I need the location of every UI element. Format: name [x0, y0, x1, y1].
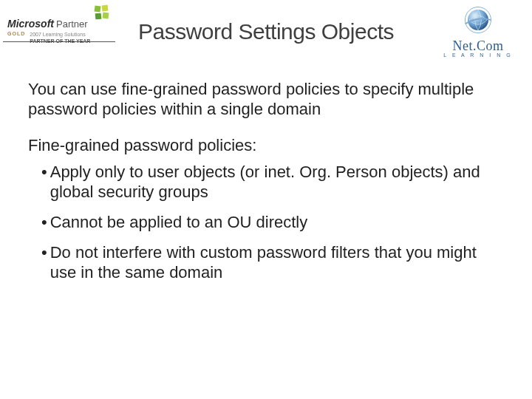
bullet-dot-icon: • [41, 163, 47, 202]
list-item: • Do not interfere with custom password … [41, 243, 501, 283]
slide-title: Password Settings Objects [0, 19, 532, 44]
bullet-text: Cannot be applied to an OU directly [50, 213, 501, 233]
netcom-sub-text: L E A R N I N G [437, 52, 519, 58]
bullet-text: Do not interfere with custom password fi… [50, 243, 501, 283]
bullet-dot-icon: • [41, 213, 47, 233]
bullet-dot-icon: • [41, 243, 47, 283]
bullet-text: Apply only to user objects (or inet. Org… [50, 163, 501, 202]
svg-rect-0 [94, 5, 100, 12]
slide-body: You can use fine-grained password polici… [28, 80, 501, 293]
subheading: Fine-grained password policies: [28, 136, 501, 156]
bullet-list: • Apply only to user objects (or inet. O… [41, 163, 501, 282]
slide: Microsoft Partner GOLD 2007 Learning Sol… [0, 0, 532, 399]
list-item: • Apply only to user objects (or inet. O… [41, 163, 501, 202]
list-item: • Cannot be applied to an OU directly [41, 213, 501, 233]
intro-paragraph: You can use fine-grained password polici… [28, 80, 501, 120]
svg-rect-3 [103, 13, 109, 19]
svg-rect-1 [102, 5, 109, 12]
